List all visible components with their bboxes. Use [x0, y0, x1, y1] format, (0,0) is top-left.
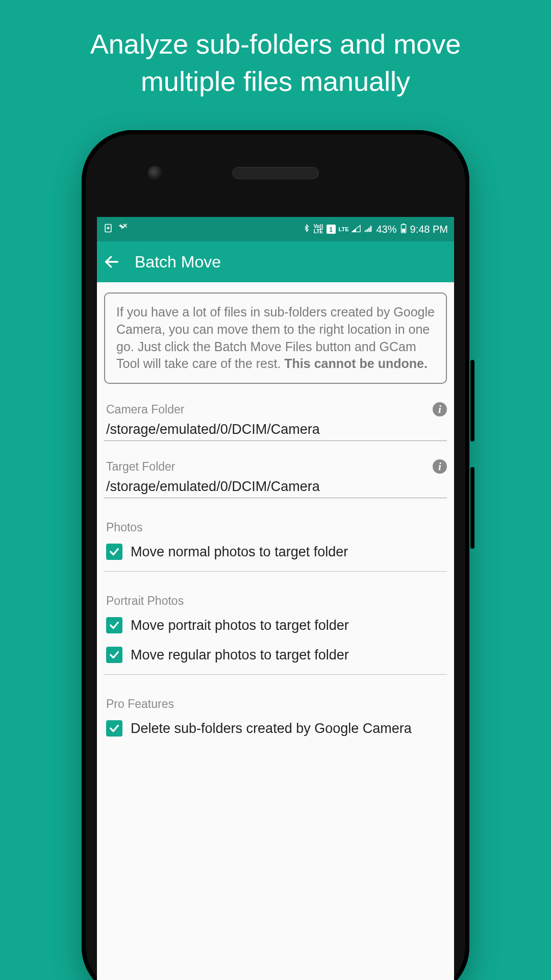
svg-rect-4	[403, 223, 405, 224]
battery-pct: 43%	[376, 224, 396, 235]
promo-line-1: Analyze sub-folders and move	[90, 29, 461, 59]
checkbox-checked-icon[interactable]	[106, 647, 122, 663]
app-bar: Batch Move	[97, 241, 454, 282]
signal-1-icon	[352, 224, 361, 235]
signal-2-icon	[364, 224, 373, 235]
portrait-move-regular-row[interactable]: Move regular photos to target folder	[104, 638, 447, 667]
photos-group-title: Photos	[104, 521, 447, 534]
photos-move-normal-row[interactable]: Move normal photos to target folder	[104, 534, 447, 564]
info-icon[interactable]: i	[433, 402, 447, 416]
info-box: If you have a lot of files in sub-folder…	[104, 292, 447, 384]
portrait-move-portrait-label: Move portrait photos to target folder	[131, 618, 349, 633]
content-area: If you have a lot of files in sub-folder…	[97, 282, 454, 751]
checkbox-checked-icon[interactable]	[106, 720, 122, 737]
pro-group-title: Pro Features	[104, 697, 447, 711]
bluetooth-icon	[303, 223, 311, 236]
camera-folder-input[interactable]: /storage/emulated/0/DCIM/Camera	[104, 416, 447, 441]
pro-delete-subfolders-row[interactable]: Delete sub-folders created by Google Cam…	[104, 711, 447, 741]
pro-delete-subfolders-label: Delete sub-folders created by Google Cam…	[131, 721, 412, 737]
camera-folder-label: Camera Folder	[104, 403, 186, 416]
download-icon	[103, 223, 113, 236]
back-button[interactable]	[103, 253, 120, 271]
info-bold: This cannot be undone.	[284, 356, 428, 371]
sim-icon: 1	[327, 225, 336, 234]
portrait-group-title: Portrait Photos	[104, 594, 447, 608]
svg-rect-5	[402, 228, 405, 232]
volte-icon: Vo)) LTE	[314, 224, 323, 234]
info-icon[interactable]: i	[433, 459, 447, 474]
checkbox-checked-icon[interactable]	[106, 617, 122, 633]
battery-icon	[400, 223, 407, 236]
promo-headline: Analyze sub-folders and move multiple fi…	[0, 0, 551, 100]
checkbox-checked-icon[interactable]	[106, 544, 122, 560]
target-folder-label: Target Folder	[104, 460, 178, 474]
status-time: 9:48 PM	[410, 224, 448, 235]
target-folder-input[interactable]: /storage/emulated/0/DCIM/Camera	[104, 474, 447, 498]
portrait-move-portrait-row[interactable]: Move portrait photos to target folder	[104, 608, 447, 638]
lte-icon: LTE	[339, 227, 349, 232]
divider	[104, 674, 447, 675]
phone-camera-dot	[148, 166, 162, 180]
page-title: Batch Move	[135, 253, 221, 272]
photos-move-normal-label: Move normal photos to target folder	[131, 544, 348, 560]
portrait-move-regular-label: Move regular photos to target folder	[131, 647, 349, 663]
phone-frame: Vo)) LTE 1 LTE 43% 9:48 PM Batch M	[82, 130, 469, 980]
status-bar: Vo)) LTE 1 LTE 43% 9:48 PM	[97, 217, 454, 241]
phone-earpiece	[232, 167, 319, 179]
promo-line-2: multiple files manually	[141, 66, 410, 96]
location-off-icon	[117, 223, 128, 236]
phone-screen: Vo)) LTE 1 LTE 43% 9:48 PM Batch M	[97, 217, 454, 980]
divider	[104, 571, 447, 572]
